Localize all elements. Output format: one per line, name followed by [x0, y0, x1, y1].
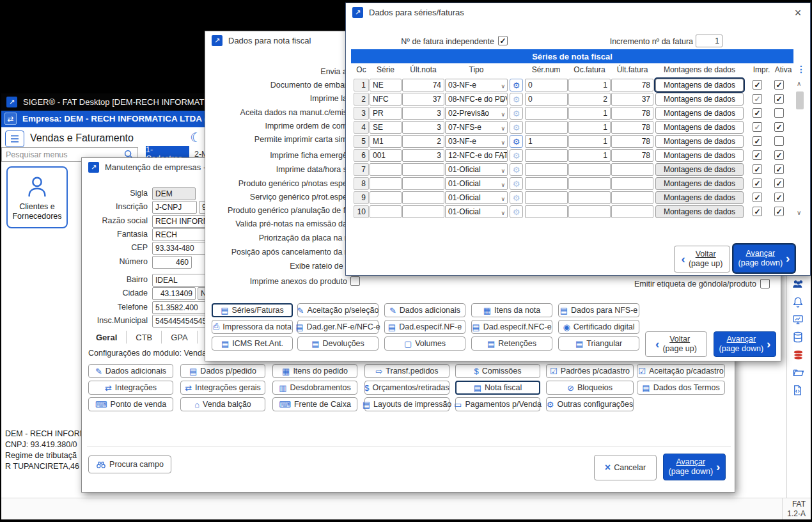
- montagens-de-dados-button[interactable]: Montagens de dados: [655, 149, 744, 162]
- serie-cell[interactable]: [370, 177, 402, 190]
- row-number-cell[interactable]: 9: [354, 191, 369, 204]
- ult-fatura-cell[interactable]: [611, 177, 653, 190]
- row-number-cell[interactable]: 3: [354, 107, 369, 120]
- cancel-button[interactable]: Cancelar: [594, 455, 657, 480]
- button-icms-ret-ant[interactable]: ▤ICMS Ret.Ant.: [212, 336, 293, 351]
- ser-num-cell[interactable]: [525, 191, 568, 204]
- ativa-checkbox[interactable]: [774, 80, 784, 90]
- avancar-button[interactable]: Avançar (page down) ›: [733, 244, 795, 273]
- button-comiss-es[interactable]: $Comissões: [455, 364, 540, 378]
- montagens-de-dados-button[interactable]: Montagens de dados: [655, 191, 744, 204]
- ser-num-cell[interactable]: [525, 205, 568, 218]
- button-dados-para-nfs-e[interactable]: ▤Dados para NFS-e: [558, 303, 639, 317]
- dark-mode-icon[interactable]: [190, 130, 201, 145]
- serie-cell[interactable]: M1: [370, 135, 402, 148]
- impr-checkbox[interactable]: [753, 193, 762, 202]
- tipo-select[interactable]: 03-NF-e: [445, 79, 508, 91]
- procura-campo-button[interactable]: Procura campo: [88, 455, 171, 473]
- impr-checkbox[interactable]: [753, 122, 762, 132]
- voltar-button[interactable]: ‹ Voltar (page up): [645, 331, 707, 357]
- ativa-checkbox[interactable]: [774, 136, 784, 146]
- oc-fatura-cell[interactable]: [568, 163, 611, 176]
- gear-icon[interactable]: [510, 93, 523, 106]
- voltar-button[interactable]: ‹ Voltar (page up): [674, 246, 730, 273]
- ult-nota-cell[interactable]: [402, 177, 444, 190]
- ser-num-cell[interactable]: 0: [525, 93, 568, 106]
- tipo-select[interactable]: 08-NFC-e do PDV: [445, 93, 508, 106]
- gear-icon[interactable]: [510, 191, 523, 204]
- ult-fatura-cell[interactable]: [611, 205, 653, 218]
- button-aceita-o-p-sele-o[interactable]: ✎Aceitação p/seleção: [297, 303, 379, 317]
- button-frente-de-caixa[interactable]: ⌨Frente de Caixa: [272, 397, 357, 411]
- ult-fatura-cell[interactable]: [611, 163, 653, 176]
- ativa-checkbox[interactable]: [774, 150, 784, 160]
- notifications-bell-icon[interactable]: [792, 296, 807, 308]
- montagens-de-dados-button[interactable]: Montagens de dados: [655, 107, 744, 120]
- folder-open-icon[interactable]: [792, 367, 807, 379]
- field-input-cidade[interactable]: 43.13409: [152, 287, 196, 300]
- ser-num-cell[interactable]: [525, 163, 568, 176]
- button-transf-pedidos[interactable]: ⇨Transf.pedidos: [364, 364, 449, 378]
- people-group-icon[interactable]: [792, 278, 807, 290]
- ativa-checkbox[interactable]: [774, 94, 784, 104]
- row-number-cell[interactable]: 8: [354, 177, 369, 190]
- row-number-cell[interactable]: 1: [354, 79, 369, 91]
- field-input-sigla[interactable]: DEM: [152, 187, 196, 200]
- montagens-de-dados-button[interactable]: Montagens de dados: [655, 177, 744, 190]
- field-input-inscri-o[interactable]: J-CNPJ: [152, 201, 197, 214]
- impr-checkbox[interactable]: [753, 178, 762, 188]
- button-ponto-de-venda[interactable]: ⌨Ponto de venda: [88, 397, 173, 411]
- gear-icon[interactable]: [510, 149, 523, 162]
- ativa-checkbox[interactable]: [774, 122, 784, 132]
- button-integra-es-gerais[interactable]: ⇄Integrações gerais: [180, 381, 265, 395]
- oc-fatura-cell[interactable]: 1: [568, 135, 611, 148]
- montagens-de-dados-button[interactable]: Montagens de dados: [655, 79, 744, 91]
- serie-cell[interactable]: [370, 205, 402, 218]
- ativa-checkbox[interactable]: [774, 207, 784, 216]
- tipo-select[interactable]: 01-Oficial: [445, 163, 508, 176]
- tab-gpa[interactable]: GPA: [162, 333, 197, 342]
- ult-nota-cell[interactable]: [402, 163, 444, 176]
- button-triangular[interactable]: ▤Triangular: [558, 336, 639, 351]
- ult-nota-cell[interactable]: 74: [402, 79, 444, 91]
- button-s-ries-faturas[interactable]: ▤Séries/Faturas: [212, 303, 293, 317]
- button-impressora-da-nota[interactable]: ⎙Impressora da nota: [212, 320, 293, 334]
- ult-nota-cell[interactable]: 2: [402, 135, 444, 148]
- etiqueta-gondola-checkbox[interactable]: [760, 279, 770, 289]
- button-pagamentos-p-venda[interactable]: ▭Pagamentos p/Venda: [455, 397, 540, 411]
- close-icon[interactable]: [791, 6, 805, 20]
- serie-cell[interactable]: [370, 191, 402, 204]
- impr-checkbox[interactable]: [753, 150, 762, 160]
- ativa-checkbox[interactable]: [774, 178, 784, 188]
- oc-fatura-cell[interactable]: 2: [568, 93, 611, 106]
- button-volumes[interactable]: ▢Volumes: [384, 336, 465, 351]
- serie-cell[interactable]: NE: [370, 79, 402, 91]
- ult-fatura-cell[interactable]: 78: [611, 149, 653, 162]
- database-red-icon[interactable]: [792, 349, 807, 361]
- ser-num-cell[interactable]: [525, 107, 568, 120]
- gear-icon[interactable]: [510, 107, 523, 120]
- button-dados-adicionais[interactable]: ✎Dados adicionais: [88, 364, 173, 378]
- impr-checkbox[interactable]: [753, 164, 762, 174]
- row-number-cell[interactable]: 5: [354, 135, 369, 148]
- oc-fatura-cell[interactable]: 1: [568, 79, 611, 91]
- ult-fatura-cell[interactable]: 78: [611, 121, 653, 134]
- ult-nota-cell[interactable]: 37: [402, 93, 444, 106]
- tipo-select[interactable]: 12-NFC-e do FAT: [445, 149, 508, 162]
- ult-fatura-cell[interactable]: [611, 191, 653, 204]
- button-dados-dos-termos[interactable]: ▤Dados dos Termos: [637, 381, 725, 395]
- ult-fatura-cell[interactable]: 78: [611, 79, 653, 91]
- impr-checkbox[interactable]: [753, 94, 762, 104]
- avancar-button[interactable]: Avançar (page down) ›: [663, 454, 726, 480]
- serie-cell[interactable]: PR: [370, 107, 402, 120]
- fatura-independente-checkbox[interactable]: [498, 36, 508, 45]
- gear-icon[interactable]: [510, 121, 523, 134]
- button-itens-do-pedido[interactable]: ▦Itens do pedido: [272, 364, 357, 378]
- ativa-checkbox[interactable]: [774, 108, 784, 118]
- button-bloqueios[interactable]: ⊘Bloqueios: [546, 381, 634, 395]
- tipo-select[interactable]: 07-NFS-e: [445, 121, 508, 134]
- gear-icon[interactable]: [510, 205, 523, 218]
- ult-nota-cell[interactable]: 3: [402, 149, 444, 162]
- tipo-select[interactable]: 01-Oficial: [445, 205, 508, 218]
- impr-checkbox[interactable]: [753, 108, 762, 118]
